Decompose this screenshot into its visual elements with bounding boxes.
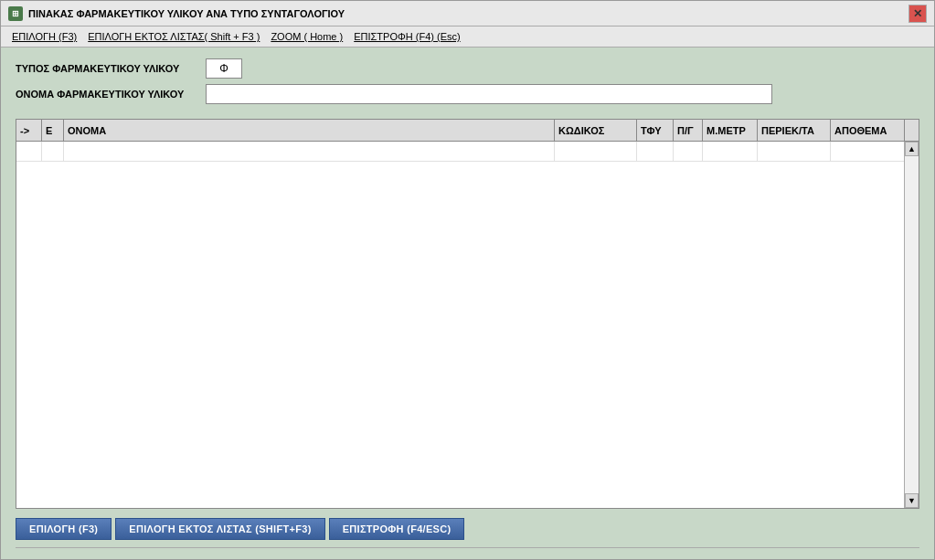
btn-epilogi-ektos[interactable]: ΕΠΙΛΟΓΗ ΕΚΤΟΣ ΛΙΣΤΑΣ (Shift+F3) bbox=[115, 518, 324, 540]
col-header-apothema: ΑΠΟΘΕΜΑ bbox=[831, 120, 904, 141]
col-header-pig: Π/Γ bbox=[674, 120, 703, 141]
col-header-mmetr: Μ.ΜΕΤΡ bbox=[703, 120, 758, 141]
bottom-separator bbox=[16, 547, 919, 548]
col-header-tfy: ΤΦΥ bbox=[637, 120, 674, 141]
menu-epilogi-f3[interactable]: ΕΠΙΛΟΓΗ (F3) bbox=[8, 29, 80, 44]
col-header-arrow: -> bbox=[16, 120, 42, 141]
form-section: ΤΥΠΟΣ ΦΑΡΜΑΚΕΥΤΙΚΟΥ ΥΛΙΚΟΥ ΟΝΟΜΑ ΦΑΡΜΑΚΕ… bbox=[16, 58, 919, 110]
main-window: ⊞ ΠΙΝΑΚΑΣ ΦΑΡΜΑΚΕΥΤΙΚΟΥ ΥΛΙΚΟΥ ΑΝΑ ΤΥΠΟ … bbox=[0, 0, 935, 560]
name-input[interactable] bbox=[206, 84, 772, 104]
title-bar: ⊞ ΠΙΝΑΚΑΣ ΦΑΡΜΑΚΕΥΤΙΚΟΥ ΥΛΙΚΟΥ ΑΝΑ ΤΥΠΟ … bbox=[1, 1, 934, 26]
bottom-buttons: ΕΠΙΛΟΓΗ (F3) ΕΠΙΛΟΓΗ ΕΚΤΟΣ ΛΙΣΤΑΣ (Shift… bbox=[16, 518, 919, 540]
window-title: ΠΙΝΑΚΑΣ ΦΑΡΜΑΚΕΥΤΙΚΟΥ ΥΛΙΚΟΥ ΑΝΑ ΤΥΠΟ ΣΥ… bbox=[28, 8, 345, 19]
col-header-periekt: ΠΕΡΙΕΚ/ΤΑ bbox=[758, 120, 831, 141]
close-button[interactable]: ✕ bbox=[908, 5, 927, 23]
table-body[interactable] bbox=[16, 142, 904, 508]
menu-zoom-home[interactable]: ZOOM ( Home ) bbox=[267, 29, 346, 44]
data-table: -> Ε ΟΝΟΜΑ ΚΩΔΙΚΟΣ ΤΦΥ Π/Γ Μ.ΜΕΤΡ ΠΕΡΙΕΚ… bbox=[16, 119, 919, 509]
scrollbar[interactable]: ▲ ▼ bbox=[904, 142, 919, 508]
form-row-type: ΤΥΠΟΣ ΦΑΡΜΑΚΕΥΤΙΚΟΥ ΥΛΙΚΟΥ bbox=[16, 58, 919, 79]
menu-bar: ΕΠΙΛΟΓΗ (F3) ΕΠΙΛΟΓΗ ΕΚΤΟΣ ΛΙΣΤΑΣ( Shift… bbox=[1, 26, 934, 48]
form-row-name: ΟΝΟΜΑ ΦΑΡΜΑΚΕΥΤΙΚΟΥ ΥΛΙΚΟΥ bbox=[16, 84, 919, 104]
title-bar-left: ⊞ ΠΙΝΑΚΑΣ ΦΑΡΜΑΚΕΥΤΙΚΟΥ ΥΛΙΚΟΥ ΑΝΑ ΤΥΠΟ … bbox=[8, 6, 345, 21]
table-row bbox=[16, 142, 904, 162]
type-label: ΤΥΠΟΣ ΦΑΡΜΑΚΕΥΤΙΚΟΥ ΥΛΙΚΟΥ bbox=[16, 63, 198, 74]
name-label: ΟΝΟΜΑ ΦΑΡΜΑΚΕΥΤΙΚΟΥ ΥΛΙΚΟΥ bbox=[16, 89, 198, 100]
menu-epistrofi-f4[interactable]: ΕΠΙΣΤΡΟΦΗ (F4) (Esc) bbox=[350, 29, 463, 44]
col-header-e: Ε bbox=[42, 120, 64, 141]
menu-epilogi-ektos-listas[interactable]: ΕΠΙΛΟΓΗ ΕΚΤΟΣ ΛΙΣΤΑΣ( Shift + F3 ) bbox=[84, 29, 263, 44]
col-header-kwdikos: ΚΩΔΙΚΟΣ bbox=[555, 120, 637, 141]
btn-epistrofi[interactable]: ΕΠΙΣΤΡΟΦΗ (F4/Esc) bbox=[329, 518, 465, 540]
app-icon: ⊞ bbox=[8, 6, 23, 21]
content-area: ΤΥΠΟΣ ΦΑΡΜΑΚΕΥΤΙΚΟΥ ΥΛΙΚΟΥ ΟΝΟΜΑ ΦΑΡΜΑΚΕ… bbox=[1, 48, 934, 559]
table-body-container: ▲ ▼ bbox=[16, 142, 919, 508]
btn-epilogi[interactable]: ΕΠΙΛΟΓΗ (F3) bbox=[16, 518, 112, 540]
col-header-onoma: ΟΝΟΜΑ bbox=[64, 120, 555, 141]
type-input[interactable] bbox=[206, 58, 242, 79]
table-header: -> Ε ΟΝΟΜΑ ΚΩΔΙΚΟΣ ΤΦΥ Π/Γ Μ.ΜΕΤΡ ΠΕΡΙΕΚ… bbox=[16, 120, 919, 142]
